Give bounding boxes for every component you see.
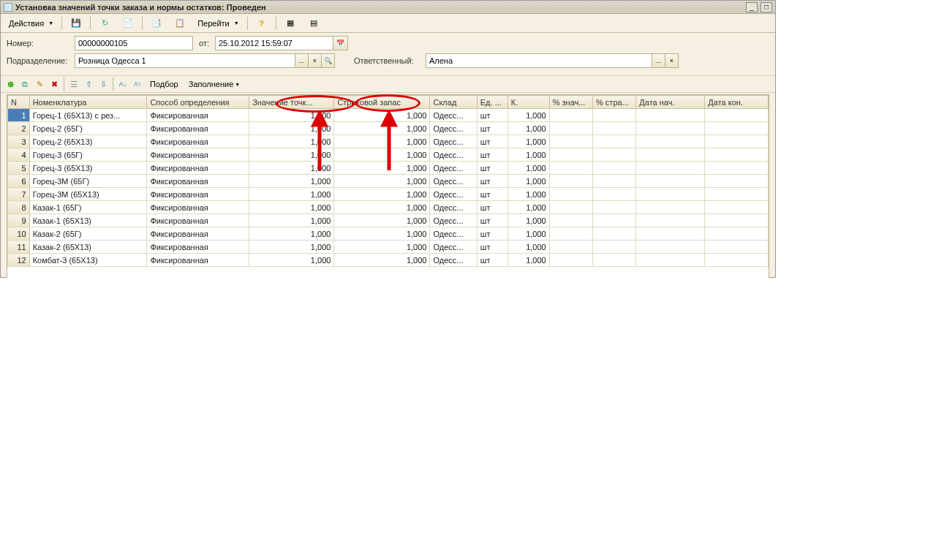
- table-cell[interactable]: [593, 109, 636, 122]
- table-cell[interactable]: [636, 109, 705, 122]
- table-cell[interactable]: 1,000: [507, 254, 549, 267]
- clone-button[interactable]: 📋: [169, 16, 191, 31]
- division-search-button[interactable]: 🔍: [322, 53, 335, 68]
- table-cell[interactable]: Одесс...: [430, 241, 477, 254]
- move-down-button[interactable]: ⇩: [97, 77, 110, 91]
- table-cell[interactable]: [705, 241, 769, 254]
- pick-button[interactable]: Подбор: [146, 77, 183, 91]
- table-cell[interactable]: 1,000: [507, 148, 549, 162]
- table-cell[interactable]: 1,000: [334, 254, 430, 267]
- column-header[interactable]: % знач...: [549, 96, 592, 109]
- table-cell[interactable]: шт: [477, 188, 507, 201]
- table-cell[interactable]: шт: [477, 162, 507, 175]
- table-cell[interactable]: Одесс...: [430, 227, 477, 241]
- table-cell[interactable]: Одесс...: [430, 175, 477, 188]
- post-button[interactable]: 📑: [146, 16, 167, 31]
- table-cell[interactable]: [593, 241, 636, 254]
- table-cell[interactable]: [593, 188, 636, 201]
- table-cell[interactable]: 1,000: [334, 135, 430, 148]
- list-button[interactable]: ☰: [67, 77, 80, 91]
- table-cell[interactable]: [705, 188, 769, 201]
- maximize-button[interactable]: □: [760, 2, 772, 12]
- table-cell[interactable]: Горец-2 (65X13): [29, 135, 147, 148]
- table-cell[interactable]: [549, 214, 592, 227]
- table-cell[interactable]: 1,000: [249, 109, 334, 122]
- table-cell[interactable]: [593, 227, 636, 241]
- column-header[interactable]: % стра...: [593, 96, 636, 109]
- table-cell[interactable]: 1,000: [334, 201, 430, 214]
- division-field[interactable]: [75, 53, 295, 68]
- responsible-field[interactable]: [426, 53, 652, 68]
- table-cell[interactable]: 1,000: [334, 188, 430, 201]
- move-up-button[interactable]: ⇧: [82, 77, 95, 91]
- table-cell[interactable]: [705, 109, 769, 122]
- table-cell[interactable]: Казак-2 (65X13): [29, 241, 147, 254]
- document-button[interactable]: 📄: [117, 16, 139, 31]
- table-cell[interactable]: [549, 175, 592, 188]
- table-cell[interactable]: 1,000: [507, 122, 549, 135]
- table-cell[interactable]: шт: [477, 227, 507, 241]
- table-cell[interactable]: 1,000: [249, 201, 334, 214]
- sort-desc-button[interactable]: A↑: [131, 77, 144, 91]
- table-cell[interactable]: Фиксированная: [147, 227, 249, 241]
- table-cell[interactable]: [549, 227, 592, 241]
- table-cell[interactable]: [549, 135, 592, 148]
- add-row-button[interactable]: ⊕: [4, 77, 17, 91]
- table-cell[interactable]: 12: [8, 254, 30, 267]
- actions-menu[interactable]: Действия▼: [4, 16, 58, 31]
- table-row[interactable]: 12Комбат-3 (65X13)Фиксированная1,0001,00…: [8, 254, 769, 267]
- responsible-select-button[interactable]: ...: [652, 53, 665, 68]
- table-cell[interactable]: [549, 162, 592, 175]
- column-header[interactable]: N: [8, 96, 30, 109]
- table-cell[interactable]: Фиксированная: [147, 254, 249, 267]
- column-header[interactable]: Дата нач.: [636, 96, 705, 109]
- table-cell[interactable]: Казак-1 (65X13): [29, 214, 147, 227]
- table-cell[interactable]: 11: [8, 241, 30, 254]
- table-cell[interactable]: 1,000: [507, 135, 549, 148]
- table-cell[interactable]: шт: [477, 109, 507, 122]
- table-cell[interactable]: Казак-1 (65Г): [29, 201, 147, 214]
- split-button[interactable]: ▤: [303, 16, 325, 31]
- table-cell[interactable]: [705, 214, 769, 227]
- table-cell[interactable]: Фиксированная: [147, 214, 249, 227]
- table-row[interactable]: 11Казак-2 (65X13)Фиксированная1,0001,000…: [8, 241, 769, 254]
- table-cell[interactable]: Фиксированная: [147, 135, 249, 148]
- table-cell[interactable]: [636, 122, 705, 135]
- table-cell[interactable]: Одесс...: [430, 148, 477, 162]
- table-cell[interactable]: [593, 254, 636, 267]
- responsible-clear-button[interactable]: ×: [665, 53, 679, 68]
- table-cell[interactable]: 1,000: [507, 201, 549, 214]
- table-cell[interactable]: Одесс...: [430, 109, 477, 122]
- table-cell[interactable]: Фиксированная: [147, 188, 249, 201]
- table-cell[interactable]: 1,000: [334, 109, 430, 122]
- table-cell[interactable]: [593, 122, 636, 135]
- table-cell[interactable]: 1,000: [334, 227, 430, 241]
- minimize-button[interactable]: _: [746, 2, 758, 12]
- table-cell[interactable]: 1,000: [249, 175, 334, 188]
- table-cell[interactable]: 1,000: [507, 175, 549, 188]
- table-row[interactable]: 10Казак-2 (65Г)Фиксированная1,0001,000Од…: [8, 227, 769, 241]
- table-cell[interactable]: 2: [8, 122, 30, 135]
- table-cell[interactable]: [636, 188, 705, 201]
- table-cell[interactable]: Одесс...: [430, 162, 477, 175]
- table-cell[interactable]: 9: [8, 214, 30, 227]
- table-cell[interactable]: 4: [8, 148, 30, 162]
- main-table[interactable]: NНоменклатураСпособ определенияЗначение …: [7, 95, 769, 267]
- table-cell[interactable]: шт: [477, 241, 507, 254]
- table-cell[interactable]: Одесс...: [430, 214, 477, 227]
- calendar-button[interactable]: 📅: [333, 36, 348, 50]
- table-cell[interactable]: Горец-3М (65Г): [29, 175, 147, 188]
- division-select-button[interactable]: ...: [295, 53, 309, 68]
- date-field[interactable]: [215, 36, 333, 50]
- column-header[interactable]: Значение точк...: [249, 96, 334, 109]
- table-cell[interactable]: [593, 175, 636, 188]
- table-cell[interactable]: 1,000: [334, 214, 430, 227]
- table-cell[interactable]: [636, 148, 705, 162]
- table-cell[interactable]: Горец-3 (65X13): [29, 162, 147, 175]
- table-cell[interactable]: [549, 188, 592, 201]
- fill-menu[interactable]: Заполнение▼: [184, 77, 244, 91]
- table-cell[interactable]: 1,000: [334, 175, 430, 188]
- column-header[interactable]: Номенклатура: [29, 96, 147, 109]
- table-cell[interactable]: [705, 148, 769, 162]
- table-cell[interactable]: шт: [477, 201, 507, 214]
